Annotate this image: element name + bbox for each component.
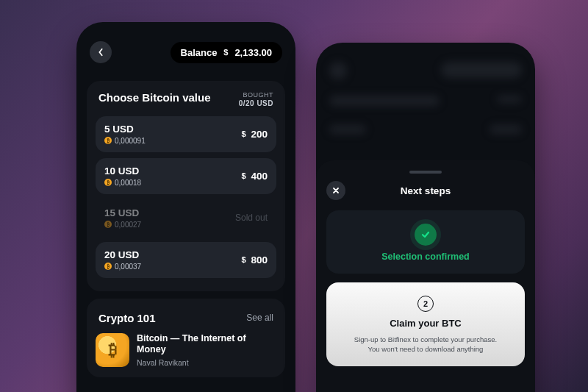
confirmed-label: Selection confirmed xyxy=(381,252,469,262)
top-bar: Balance $ 2,133.00 xyxy=(76,22,295,74)
value-option-20usd[interactable]: 20 USD 0,00037 $800 xyxy=(96,242,276,278)
back-button[interactable] xyxy=(90,41,112,63)
step-number-badge: 2 xyxy=(417,296,434,312)
sheet-drag-handle[interactable] xyxy=(409,171,442,174)
step-claim-btc[interactable]: 2 Claim your BTC Sign-up to Bitfinex to … xyxy=(326,282,525,366)
section-title: Crypto 101 xyxy=(98,312,156,324)
phone-buy-bitcoin: Balance $ 2,133.00 Choose Bitcoin value … xyxy=(76,22,295,392)
step-description: Sign-up to Bitfinex to complete your pur… xyxy=(354,335,497,354)
currency-icon: $ xyxy=(220,47,231,57)
phone-next-steps: Next steps Selection confirmed 2 Claim y… xyxy=(316,43,535,392)
article-item[interactable]: Bitcoin — The Internet of Money Naval Ra… xyxy=(96,333,276,367)
currency-icon: $ xyxy=(238,254,248,265)
bought-label: BOUGHT xyxy=(239,91,273,99)
option-price: 200 xyxy=(251,129,268,140)
balance-pill[interactable]: Balance $ 2,133.00 xyxy=(171,42,282,63)
step-selection-confirmed: Selection confirmed xyxy=(326,210,525,274)
section-title: Choose Bitcoin value xyxy=(98,91,211,104)
chevron-left-icon xyxy=(97,48,104,57)
step-title: Claim your BTC xyxy=(390,318,462,329)
close-button[interactable] xyxy=(326,181,345,200)
article-author: Naval Ravikant xyxy=(137,358,276,367)
value-option-15usd: 15 USD 0,00027 Sold out xyxy=(96,200,276,236)
checkmark-icon xyxy=(415,224,437,246)
choose-bitcoin-section: Choose Bitcoin value BOUGHT 0/20 USD 5 U… xyxy=(87,81,285,291)
option-btc: 0,000091 xyxy=(115,137,146,145)
balance-label: Balance xyxy=(181,47,218,58)
bottom-sheet: Next steps Selection confirmed 2 Claim y… xyxy=(316,160,535,392)
crypto-101-section: Crypto 101 See all Bitcoin — The Interne… xyxy=(87,299,285,377)
bitcoin-icon xyxy=(104,179,112,186)
option-price: 400 xyxy=(251,171,268,182)
bitcoin-icon xyxy=(104,221,112,228)
option-price: 800 xyxy=(251,254,268,266)
option-btc: 0,00018 xyxy=(115,179,141,187)
see-all-link[interactable]: See all xyxy=(246,313,273,323)
currency-icon: $ xyxy=(238,129,248,139)
bitcoin-icon xyxy=(104,263,112,270)
bought-indicator: BOUGHT 0/20 USD xyxy=(239,91,273,109)
option-btc: 0,00027 xyxy=(115,221,141,229)
value-option-5usd[interactable]: 5 USD 0,000091 $200 xyxy=(96,116,276,152)
balance-value: 2,133.00 xyxy=(234,47,272,58)
option-usd: 20 USD xyxy=(104,249,141,260)
option-usd: 15 USD xyxy=(104,207,141,218)
close-icon xyxy=(332,187,340,194)
bitcoin-icon xyxy=(104,137,112,144)
sheet-title: Next steps xyxy=(401,185,451,196)
article-title: Bitcoin — The Internet of Money xyxy=(137,333,276,356)
option-usd: 5 USD xyxy=(104,124,146,135)
currency-icon: $ xyxy=(238,171,248,181)
option-usd: 10 USD xyxy=(104,165,141,177)
sold-out-label: Sold out xyxy=(235,213,268,223)
article-thumbnail xyxy=(96,333,129,367)
option-btc: 0,00037 xyxy=(115,263,141,271)
bought-value: 0/20 USD xyxy=(239,99,273,109)
value-option-10usd[interactable]: 10 USD 0,00018 $400 xyxy=(96,158,276,194)
